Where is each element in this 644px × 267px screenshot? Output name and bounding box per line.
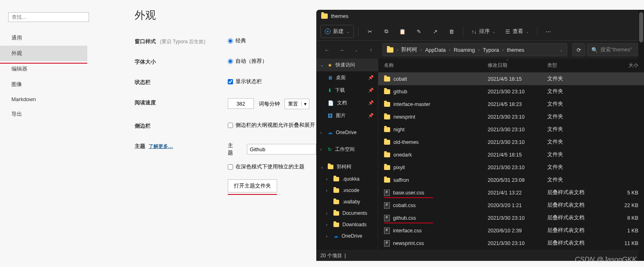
nav-appearance[interactable]: 外观 bbox=[0, 46, 87, 61]
rename-button[interactable]: ✎ bbox=[411, 26, 426, 37]
col-name[interactable]: 名称 bbox=[384, 62, 488, 69]
file-row[interactable]: cobalt.css2020/3/20 1:21层叠样式表文档22 KB bbox=[378, 199, 644, 212]
cloud-icon: ☁ bbox=[333, 233, 338, 239]
paste-icon: 📋 bbox=[399, 28, 406, 35]
forward-button[interactable]: → bbox=[335, 43, 348, 56]
reading-speed-input[interactable] bbox=[228, 98, 254, 109]
tree-documents2[interactable]: ›Documents bbox=[316, 207, 378, 219]
view-button[interactable]: ☰ 查看 ⌄ bbox=[501, 25, 533, 38]
file-type: 文件夹 bbox=[547, 164, 595, 171]
window-titlebar[interactable]: themes bbox=[316, 10, 644, 22]
explorer-search-input[interactable]: 🔍 搜索"themes" bbox=[587, 43, 640, 56]
tree-workspace[interactable]: ›↻工作空间 bbox=[316, 143, 378, 156]
folder-icon bbox=[333, 223, 339, 227]
more-button[interactable]: ⋯ bbox=[542, 26, 555, 37]
file-row[interactable]: onedark2021/4/5 18:15文件夹 bbox=[378, 148, 644, 161]
share-button[interactable]: ↗ bbox=[428, 26, 442, 37]
window-style-classic-radio[interactable] bbox=[228, 38, 233, 44]
nav-export[interactable]: 导出 bbox=[0, 106, 87, 122]
pin-icon: 📌 bbox=[368, 100, 374, 106]
tree-onedrive[interactable]: ›☁OneDrive bbox=[316, 127, 378, 138]
rename-icon: ✎ bbox=[415, 28, 422, 35]
quick-access[interactable]: ⌄★快速访问 bbox=[316, 59, 378, 71]
sort-icon: ↑↓ bbox=[471, 29, 477, 35]
new-button[interactable]: + 新建 ⌄ bbox=[320, 25, 354, 38]
settings-search-input[interactable] bbox=[8, 12, 89, 22]
show-status-bar-checkbox[interactable] bbox=[228, 79, 233, 84]
file-row[interactable]: pixyll2021/3/30 23:10文件夹 bbox=[378, 161, 644, 174]
tree-onedrive2[interactable]: ›☁OneDrive bbox=[316, 230, 378, 242]
theme-select[interactable] bbox=[247, 144, 316, 154]
folder-icon bbox=[333, 188, 339, 193]
column-headers[interactable]: ⌃ 名称 修改日期 类型 大小 bbox=[378, 59, 644, 73]
tree-downloads[interactable]: ⬇下载📌 bbox=[316, 84, 378, 97]
tree-documents[interactable]: 📄文档📌 bbox=[316, 97, 378, 109]
file-date: 2020/5/31 23:09 bbox=[488, 177, 547, 183]
learn-more-link[interactable]: 了解更多… bbox=[149, 143, 173, 149]
file-name: base.user.css bbox=[393, 190, 424, 196]
theme-section-label: 主题了解更多… bbox=[135, 142, 228, 150]
folder-icon bbox=[384, 102, 390, 107]
settings-content: 外观 窗口样式(重启 Typora 后生效) 经典 字体大小 自动（推荐） 状态… bbox=[135, 8, 316, 207]
refresh-button[interactable]: ⟳ bbox=[572, 43, 585, 56]
file-row[interactable]: newsprint.css2021/3/30 23:10层叠样式表文档11 KB bbox=[378, 237, 644, 249]
dark-theme-label: 在深色模式下使用独立的主题 bbox=[235, 163, 304, 170]
theme-field-label: 主题 bbox=[228, 142, 234, 157]
reading-speed-reset-button[interactable]: 重置▾ bbox=[284, 99, 309, 109]
file-date: 2021/4/5 18:15 bbox=[488, 152, 547, 158]
open-theme-folder-button[interactable]: 打开主题文件夹 bbox=[228, 179, 277, 192]
file-row[interactable]: cobalt2021/4/5 18:15文件夹 bbox=[378, 73, 644, 85]
nav-markdown[interactable]: Markdown bbox=[0, 92, 87, 106]
nav-image[interactable]: 图像 bbox=[0, 77, 87, 92]
nav-general[interactable]: 通用 bbox=[0, 30, 87, 46]
back-button[interactable]: ← bbox=[320, 43, 333, 56]
font-size-label: 字体大小 bbox=[135, 57, 228, 66]
file-row[interactable]: saffron2020/5/31 23:09文件夹 bbox=[378, 174, 644, 186]
file-type: 文件夹 bbox=[547, 75, 595, 82]
tree-user[interactable]: ⌄郭柯柯 bbox=[316, 161, 378, 173]
sort-button[interactable]: ↑↓ 排序 ⌄ bbox=[467, 25, 500, 38]
history-button[interactable]: ⌄ bbox=[350, 43, 363, 56]
col-size[interactable]: 大小 bbox=[595, 62, 638, 69]
font-size-auto-radio[interactable] bbox=[228, 59, 233, 64]
copy-button[interactable]: ⧉ bbox=[379, 26, 393, 37]
file-name: cobalt.css bbox=[393, 203, 416, 208]
file-row[interactable]: github2021/3/30 23:10文件夹 bbox=[378, 85, 644, 98]
css-icon bbox=[384, 215, 390, 221]
sidebar-collapse-checkbox[interactable] bbox=[228, 123, 233, 128]
window-style-label: 窗口样式(重启 Typora 后生效) bbox=[135, 37, 228, 45]
css-icon bbox=[384, 227, 390, 234]
folder-icon bbox=[384, 89, 390, 94]
paste-button[interactable]: 📋 bbox=[395, 26, 410, 37]
delete-button[interactable]: 🗑 bbox=[444, 26, 459, 37]
tree-downloads2[interactable]: ›Downloads bbox=[316, 219, 378, 230]
cut-button[interactable]: ✂ bbox=[362, 26, 377, 37]
file-list: ⌃ 名称 修改日期 类型 大小 cobalt2021/4/5 18:15文件夹g… bbox=[378, 59, 644, 250]
tree-pictures[interactable]: 🖼图片📌 bbox=[316, 109, 378, 122]
folder-icon bbox=[384, 140, 390, 145]
tree-wallaby[interactable]: .wallaby bbox=[316, 196, 378, 207]
tree-quokka[interactable]: ›.quokka bbox=[316, 173, 378, 185]
file-type: 层叠样式表文档 bbox=[547, 240, 595, 247]
file-date: 2021/4/1 13:22 bbox=[488, 190, 547, 196]
watermark: CSDN @JasonGKK bbox=[575, 256, 637, 264]
folder-icon bbox=[328, 165, 333, 169]
file-row[interactable]: interface-master2021/4/5 18:23文件夹 bbox=[378, 98, 644, 110]
dark-theme-checkbox[interactable] bbox=[228, 164, 233, 170]
up-button[interactable]: ↑ bbox=[364, 43, 378, 56]
file-row[interactable]: old-themes2021/3/30 23:10文件夹 bbox=[378, 136, 644, 148]
file-name: github.css bbox=[393, 215, 416, 221]
col-type[interactable]: 类型 bbox=[547, 62, 595, 69]
download-icon: ⬇ bbox=[328, 88, 332, 93]
css-icon bbox=[384, 190, 390, 196]
file-row[interactable]: newsprint2021/3/30 23:10文件夹 bbox=[378, 110, 644, 123]
tree-vscode[interactable]: ›.vscode bbox=[316, 185, 378, 196]
tree-desktop[interactable]: 🖥桌面📌 bbox=[316, 71, 378, 84]
plus-icon: + bbox=[325, 29, 331, 34]
col-date[interactable]: 修改日期 bbox=[488, 62, 547, 69]
file-row[interactable]: interface.css2020/6/10 2:39层叠样式表文档1 KB bbox=[378, 224, 644, 237]
file-row[interactable]: night2021/3/30 23:10文件夹 bbox=[378, 123, 644, 136]
trash-icon: 🗑 bbox=[448, 28, 455, 35]
file-name: night bbox=[393, 127, 404, 132]
breadcrumb[interactable]: › 郭柯柯› AppData› Roaming› Typora› themes … bbox=[382, 43, 567, 56]
